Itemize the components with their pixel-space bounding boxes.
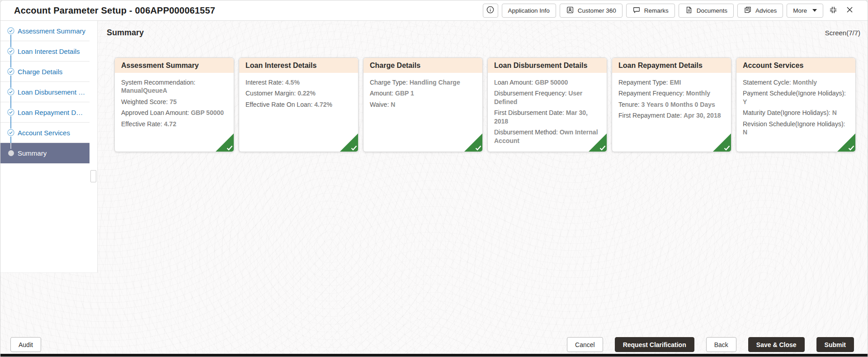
screen-counter: Screen(7/7) <box>825 29 860 37</box>
card-field: Disbursement Method: Own Internal Accoun… <box>494 128 601 145</box>
card-field: First Repayment Date: Apr 30, 2018 <box>618 111 726 119</box>
card-field: Effective Rate: 4.72 <box>121 120 228 128</box>
submit-button[interactable]: Submit <box>816 337 854 352</box>
card-account-services: Account Services Statement Cycle: Monthl… <box>736 57 856 152</box>
card-field: Maturity Date(Ignore Holidays): N <box>743 109 850 117</box>
step-complete-icon <box>7 27 14 34</box>
card-field: Charge Type: Handling Charge <box>370 78 477 86</box>
card-loan-interest-details: Loan Interest Details Interest Rate: 4.5… <box>239 57 359 152</box>
remarks-button[interactable]: Remarks <box>626 4 675 18</box>
info-icon <box>486 5 495 15</box>
section-title: Summary <box>107 28 144 38</box>
app-window: Account Parameter Setup - 006APP00006155… <box>0 0 868 357</box>
card-body: System Recommendation: ManualQueueAWeigh… <box>115 73 234 135</box>
step-complete-icon <box>7 109 14 116</box>
card-field: Customer Margin: 0.22% <box>245 89 353 97</box>
main-header: Summary Screen(7/7) <box>98 21 868 38</box>
sidebar-item-summary[interactable]: Summary <box>0 143 90 163</box>
card-field: Repayment Type: EMI <box>618 78 726 86</box>
sidebar-item-loan-disbursement-details[interactable]: Loan Disbursement Details <box>0 82 90 102</box>
more-button[interactable]: More <box>787 4 823 18</box>
application-info-button[interactable]: Application Info <box>502 4 556 18</box>
bottom-edge-bar <box>0 354 868 357</box>
card-field: Interest Rate: 4.5% <box>245 78 353 86</box>
card-complete-check-icon <box>464 133 483 152</box>
documents-button[interactable]: Documents <box>679 4 734 18</box>
cancel-button[interactable]: Cancel <box>567 337 603 352</box>
card-field: Weighted Score: 75 <box>121 98 228 106</box>
audit-button[interactable]: Audit <box>10 337 41 352</box>
card-charge-details: Charge Details Charge Type: Handling Cha… <box>363 57 483 152</box>
remarks-icon <box>632 6 641 15</box>
sidebar-item-charge-details[interactable]: Charge Details <box>0 62 90 82</box>
sidebar-scrollbar-thumb[interactable] <box>90 170 96 182</box>
step-complete-icon <box>7 129 14 136</box>
step-current-icon <box>8 150 14 156</box>
card-complete-check-icon <box>215 133 234 152</box>
collapse-icon <box>829 5 838 16</box>
advices-icon <box>744 6 752 15</box>
card-field: Amount: GBP 1 <box>370 89 477 97</box>
card-loan-disbursement-details: Loan Disbursement Details Loan Amount: G… <box>487 57 607 152</box>
card-assessment-summary: Assessment Summary System Recommendation… <box>114 57 234 152</box>
save-close-button[interactable]: Save & Close <box>748 337 805 352</box>
card-title: Loan Repayment Details <box>612 58 731 73</box>
action-bar-right: Cancel Request Clarification Back Save &… <box>567 337 854 352</box>
content-area: Assessment Summary Loan Interest Details… <box>0 21 868 354</box>
card-field: Waive: N <box>370 100 477 109</box>
card-complete-check-icon <box>340 133 359 152</box>
card-title: Account Services <box>736 58 855 73</box>
card-loan-repayment-details: Loan Repayment Details Repayment Type: E… <box>612 57 731 152</box>
sidebar-item-assessment-summary[interactable]: Assessment Summary <box>0 21 90 41</box>
customer-360-icon <box>566 6 574 15</box>
customer-360-button[interactable]: Customer 360 <box>560 4 623 18</box>
step-complete-icon <box>7 68 14 75</box>
card-title: Loan Disbursement Details <box>488 58 607 73</box>
card-complete-check-icon <box>588 133 607 152</box>
sidebar-steps: Assessment Summary Loan Interest Details… <box>0 21 90 163</box>
card-body: Interest Rate: 4.5%Customer Margin: 0.22… <box>239 73 358 115</box>
chevron-down-icon <box>812 9 817 12</box>
card-title: Assessment Summary <box>115 58 234 73</box>
card-title: Loan Interest Details <box>239 58 358 73</box>
close-button[interactable] <box>843 4 856 18</box>
main-panel: Summary Screen(7/7) Assessment Summary S… <box>98 21 868 354</box>
documents-icon <box>685 6 693 15</box>
card-field: First Disbursement Date: Mar 30, 2018 <box>494 109 601 125</box>
card-complete-check-icon <box>712 133 731 152</box>
page-title: Account Parameter Setup - 006APP00006155… <box>14 5 483 16</box>
titlebar: Account Parameter Setup - 006APP00006155… <box>0 0 868 21</box>
step-complete-icon <box>7 48 14 55</box>
sidebar-item-loan-repayment-details[interactable]: Loan Repayment Details <box>0 102 90 123</box>
step-complete-icon <box>7 88 14 95</box>
card-complete-check-icon <box>837 133 856 152</box>
summary-cards: Assessment Summary System Recommendation… <box>114 57 859 354</box>
card-field: Effective Rate On Loan: 4.72% <box>245 100 353 109</box>
request-clarification-button[interactable]: Request Clarification <box>615 337 694 352</box>
titlebar-actions: Application Info Customer 360 <box>483 4 856 18</box>
card-field: System Recommendation: ManualQueueA <box>121 78 228 95</box>
card-field: Payment Schedule(Ignore Holidays): Y <box>743 89 850 106</box>
card-field: Revision Schedule(Ignore Holidays): N <box>743 120 850 137</box>
card-body: Repayment Type: EMIRepayment Frequency: … <box>612 73 731 127</box>
sidebar: Assessment Summary Loan Interest Details… <box>0 21 98 273</box>
info-button[interactable] <box>483 4 498 18</box>
sidebar-item-loan-interest-details[interactable]: Loan Interest Details <box>0 41 90 62</box>
sidebar-item-account-services[interactable]: Account Services <box>0 123 90 143</box>
collapse-button[interactable] <box>827 4 840 18</box>
card-field: Statement Cycle: Monthly <box>743 78 850 86</box>
back-button[interactable]: Back <box>706 337 736 352</box>
close-icon <box>845 5 854 15</box>
card-body: Charge Type: Handling ChargeAmount: GBP … <box>363 73 482 115</box>
advices-button[interactable]: Advices <box>737 4 783 18</box>
card-field: Loan Amount: GBP 50000 <box>494 78 601 86</box>
action-bar: Audit Cancel Request Clarification Back … <box>0 337 868 352</box>
card-title: Charge Details <box>363 58 482 73</box>
card-field: Repayment Frequency: Monthly <box>618 89 726 97</box>
card-field: Disbursement Frequency: User Defined <box>494 89 601 106</box>
card-field: Tenure: 3 Years 0 Months 0 Days <box>618 100 726 109</box>
card-field: Approved Loan Amount: GBP 50000 <box>121 109 228 117</box>
